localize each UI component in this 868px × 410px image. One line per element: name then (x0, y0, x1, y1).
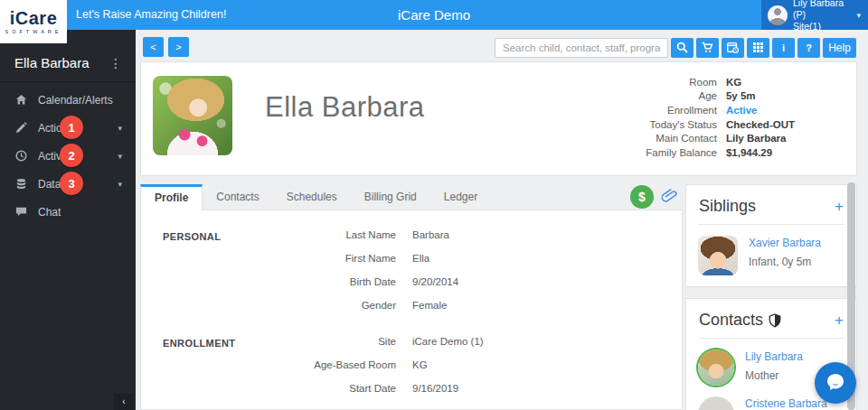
profile-details-card: PERSONAL Last Name Barbara First Name El… (140, 210, 683, 410)
back-button[interactable]: < (143, 37, 164, 57)
contact-relation: Mother (745, 369, 803, 382)
profile-header-card: Ella Barbara Room KG Age 5y 5m Enrollmen… (140, 61, 857, 176)
add-contact-button[interactable]: + (835, 314, 844, 327)
sibling-photo[interactable] (698, 236, 738, 275)
summary-row-age: Age 5y 5m (618, 89, 795, 104)
user-menu[interactable]: Lily Barbara (P) Site(1) ▾ (761, 0, 868, 30)
chevron-down-icon: ▾ (856, 11, 861, 20)
sidebar-nav: Calendar/Alerts Actions 1 ▾ Activities 2… (0, 82, 136, 226)
contacts-title: Contacts (699, 311, 763, 330)
data-count-badge: 3 (60, 172, 83, 195)
search-icon (676, 42, 688, 55)
pencil-icon (15, 122, 28, 135)
sidebar-collapse-button[interactable]: ‹ (114, 394, 134, 410)
contact-photo[interactable] (698, 396, 734, 410)
top-bar: Let's Raise Amazing Children! iCare Demo… (0, 0, 868, 30)
messenger-icon (825, 371, 846, 396)
sibling-name-link[interactable]: Xavier Barbara (749, 237, 821, 249)
field-last-name: Last Name Barbara (141, 223, 682, 247)
status-badge: Active (726, 105, 758, 116)
siblings-panel: Siblings + Xavier Barbara Infant, 0y 5m (685, 184, 857, 287)
tab-profile[interactable]: Profile (140, 184, 203, 210)
contact-name-link[interactable]: Lily Barbara (745, 350, 803, 363)
search-button[interactable] (671, 38, 693, 58)
kebab-menu-icon[interactable]: ⋮ (107, 56, 125, 70)
help-button[interactable]: Help (823, 38, 856, 58)
contact-photo[interactable] (698, 349, 734, 386)
attachment-button[interactable] (662, 188, 677, 206)
cart-icon (702, 42, 713, 55)
activities-count-badge: 2 (60, 144, 83, 167)
paperclip-icon (662, 192, 677, 206)
tab-contacts[interactable]: Contacts (203, 184, 272, 210)
chat-launcher-button[interactable] (815, 362, 856, 404)
forward-button[interactable]: > (168, 37, 189, 57)
sidebar-item-data[interactable]: Data 3 ▾ (0, 170, 136, 198)
summary-row-enrollment: Enrollment Active (618, 103, 795, 117)
contact-name-link[interactable]: Cristene Barbara (745, 397, 827, 410)
info-button[interactable]: i (772, 38, 795, 58)
tab-billing-grid[interactable]: Billing Grid (351, 184, 430, 210)
app-title: iCare Demo (0, 0, 868, 30)
user-info: Lily Barbara (P) Site(1) (793, 0, 854, 33)
calendar-schedule-button[interactable] (722, 38, 744, 58)
summary-row-todays-status: Today's Status Checked-OUT (618, 117, 795, 132)
toolbar: < > i ? Help (136, 30, 868, 61)
add-sibling-button[interactable]: + (835, 200, 844, 213)
field-birth-date: Birth Date 9/20/2014 (141, 270, 682, 294)
actions-count-badge: 1 (60, 116, 83, 139)
summary-row-room: Room KG (618, 75, 795, 89)
chevron-down-icon: ▾ (118, 180, 122, 189)
database-icon (15, 178, 28, 191)
main-content: < > i ? Help Ella Barbara (136, 30, 868, 410)
grid-icon (752, 42, 764, 55)
search-input[interactable] (495, 38, 668, 58)
cart-button[interactable] (696, 38, 719, 58)
sidebar: Ella Barbara ⋮ Calendar/Alerts Actions 1… (0, 30, 136, 410)
user-site: Site(1) (793, 21, 854, 33)
sidebar-item-chat[interactable]: Chat (0, 198, 136, 226)
summary-row-main-contact: Main Contact Lily Barbara (618, 131, 795, 145)
section-enrollment: ENROLLMENT Site iCare Demo (1) Age-Based… (141, 330, 682, 400)
child-name-title: Ella Barbara (265, 91, 425, 124)
tab-bar: Profile Contacts Schedules Billing Grid … (140, 184, 683, 210)
sibling-info: Infant, 0y 5m (749, 256, 821, 268)
siblings-title: Siblings (699, 197, 756, 216)
home-icon (15, 94, 28, 107)
section-personal: PERSONAL Last Name Barbara First Name El… (141, 223, 682, 317)
chevron-down-icon: ▾ (118, 124, 122, 133)
calendar-clock-icon (727, 42, 739, 55)
tab-schedules[interactable]: Schedules (273, 184, 351, 210)
logo-title: iCare (10, 9, 58, 27)
user-name: Lily Barbara (P) (793, 0, 854, 21)
profile-summary: Room KG Age 5y 5m Enrollment Active Toda… (618, 75, 795, 160)
field-first-name: First Name Ella (141, 247, 682, 270)
sidebar-item-activities[interactable]: Activities 2 ▾ (0, 142, 136, 170)
question-button[interactable]: ? (797, 38, 820, 58)
apps-grid-button[interactable] (747, 38, 769, 58)
sidebar-item-calendar-alerts[interactable]: Calendar/Alerts (0, 86, 136, 114)
field-start-date: Start Date 9/16/2019 (141, 377, 682, 400)
field-age-based-room: Age-Based Room KG (141, 353, 682, 377)
summary-row-family-balance: Family Balance $1,944.29 (618, 145, 795, 160)
app-logo[interactable]: iCare SOFTWARE (0, 0, 67, 43)
child-photo[interactable] (153, 76, 232, 155)
tab-ledger[interactable]: Ledger (430, 184, 491, 210)
logo-subtitle: SOFTWARE (5, 29, 62, 34)
user-avatar (768, 5, 788, 25)
billing-money-button[interactable]: $ (630, 185, 654, 209)
chevron-down-icon: ▾ (118, 152, 122, 161)
chat-icon (15, 206, 28, 219)
sidebar-child-name: Ella Barbara (14, 55, 107, 70)
sidebar-item-actions[interactable]: Actions 1 ▾ (0, 114, 136, 142)
shield-icon (769, 313, 781, 328)
clock-icon (15, 150, 28, 163)
field-gender: Gender Female (141, 294, 682, 317)
sibling-item: Xavier Barbara Infant, 0y 5m (698, 236, 844, 275)
